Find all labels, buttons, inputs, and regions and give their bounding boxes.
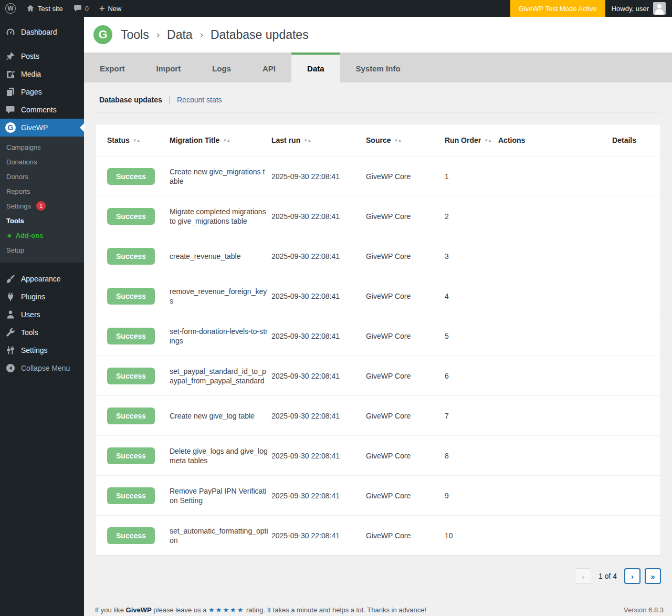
comments-link[interactable]: 0 bbox=[68, 0, 94, 17]
sidebar-item-givewp[interactable]: G GiveWP bbox=[0, 119, 84, 137]
table-row: Success Remove PayPal IPN Verification S… bbox=[96, 475, 660, 515]
collapse-menu-button[interactable]: Collapse Menu bbox=[0, 359, 84, 377]
status-cell: Success bbox=[107, 168, 170, 185]
comments-count: 0 bbox=[85, 5, 89, 13]
tab-import[interactable]: Import bbox=[141, 53, 197, 82]
rating-prompt: If you like GiveWP please leave us a ★★★… bbox=[95, 606, 426, 614]
tab-data[interactable]: Data bbox=[291, 53, 340, 82]
site-name-link[interactable]: Test site bbox=[21, 0, 68, 17]
migration-title-cell: Delete give_logs and give_log meta table… bbox=[170, 446, 271, 465]
sidebar-item-appearance[interactable]: Appearance bbox=[0, 270, 84, 288]
wordpress-logo-button[interactable]: W bbox=[0, 0, 21, 17]
source-cell: GiveWP Core bbox=[366, 372, 445, 380]
migration-title-cell: Migrate completed migrations to give_mig… bbox=[170, 207, 271, 226]
status-badge: Success bbox=[107, 248, 155, 265]
pagination-next-button[interactable]: › bbox=[624, 568, 640, 584]
source-cell: GiveWP Core bbox=[366, 412, 445, 420]
source-header-label: Source bbox=[366, 136, 391, 144]
collapse-menu-label: Collapse Menu bbox=[21, 364, 70, 372]
sidebar-item-users[interactable]: Users bbox=[0, 306, 84, 323]
table-row: Success Migrate completed migrations to … bbox=[96, 196, 660, 236]
column-header-details: Details bbox=[586, 136, 649, 144]
submenu-item-donations[interactable]: Donations bbox=[0, 154, 84, 169]
subnav-database-updates[interactable]: Database updates bbox=[99, 96, 162, 104]
pagination-last-button[interactable]: » bbox=[645, 568, 661, 584]
submenu-item-setup[interactable]: Setup bbox=[0, 243, 84, 257]
last-run-cell: 2025-09-30 22:08:41 bbox=[271, 252, 366, 260]
givewp-test-mode-badge[interactable]: GiveWP Test Mode Active bbox=[510, 0, 605, 17]
sidebar-label-comments: Comments bbox=[21, 106, 57, 114]
five-stars-link[interactable]: ★★★★★ bbox=[208, 606, 244, 614]
sidebar-item-pages[interactable]: Pages bbox=[0, 83, 84, 101]
submenu-label-settings: Settings bbox=[6, 202, 31, 210]
sidebar-item-dashboard[interactable]: Dashboard bbox=[0, 23, 84, 41]
pagination-prev-button[interactable]: ‹ bbox=[575, 568, 591, 584]
pushpin-icon bbox=[5, 51, 16, 61]
run-order-cell: 2 bbox=[445, 212, 498, 221]
account-menu[interactable]: Howdy, user bbox=[605, 0, 672, 17]
sidebar-item-media[interactable]: Media bbox=[0, 65, 84, 83]
submenu-item-campaigns[interactable]: Campaigns bbox=[0, 140, 84, 154]
submenu-label-setup: Setup bbox=[6, 246, 24, 254]
submenu-item-tools[interactable]: Tools bbox=[0, 213, 84, 228]
user-icon bbox=[5, 309, 16, 320]
comment-bubble-icon bbox=[74, 4, 82, 13]
migration-title-cell: Create new give_migrations table bbox=[170, 167, 271, 186]
source-cell: GiveWP Core bbox=[366, 452, 445, 460]
new-content-button[interactable]: + New bbox=[94, 0, 127, 17]
column-header-migration-title[interactable]: Migration Title▼▲ bbox=[170, 136, 271, 144]
tab-api[interactable]: API bbox=[247, 53, 291, 82]
sidebar-label-appearance: Appearance bbox=[21, 275, 61, 283]
sidebar-item-posts[interactable]: Posts bbox=[0, 47, 84, 65]
sidebar-item-plugins[interactable]: Plugins bbox=[0, 288, 84, 306]
status-badge: Success bbox=[107, 328, 155, 344]
table-header-row: Status▼▲ Migration Title▼▲ Last run▼▲ So… bbox=[96, 124, 660, 156]
test-mode-label: GiveWP Test Mode Active bbox=[519, 5, 597, 13]
tab-import-label: Import bbox=[156, 64, 181, 73]
breadcrumb-database-updates: Database updates bbox=[211, 28, 309, 42]
last-run-cell: 2025-09-30 22:08:41 bbox=[271, 412, 366, 420]
sort-icon: ▼▲ bbox=[394, 138, 401, 143]
table-row: Success set_paypal_standard_id_to_paypal… bbox=[96, 356, 660, 395]
migration-title-cell: create_revenue_table bbox=[170, 252, 271, 261]
new-label: New bbox=[108, 5, 121, 13]
column-header-status[interactable]: Status▼▲ bbox=[107, 136, 170, 144]
run-order-cell: 8 bbox=[445, 452, 498, 460]
home-icon bbox=[26, 4, 35, 13]
breadcrumb-data[interactable]: Data bbox=[167, 28, 193, 42]
status-cell: Success bbox=[107, 527, 170, 544]
status-badge: Success bbox=[107, 447, 155, 464]
chevron-right-icon: › bbox=[156, 29, 160, 40]
site-name-label: Test site bbox=[38, 5, 63, 13]
submenu-item-donors[interactable]: Donors bbox=[0, 169, 84, 184]
column-header-source[interactable]: Source▼▲ bbox=[366, 136, 445, 144]
status-cell: Success bbox=[107, 447, 170, 464]
sidebar-label-media: Media bbox=[21, 70, 41, 78]
migration-title-cell: Create new give_log table bbox=[170, 411, 271, 421]
sidebar-item-comments[interactable]: Comments bbox=[0, 101, 84, 119]
sidebar-item-settings[interactable]: Settings bbox=[0, 341, 84, 359]
subnav-recount-stats-link[interactable]: Recount stats bbox=[177, 96, 222, 104]
column-header-last-run[interactable]: Last run▼▲ bbox=[271, 136, 366, 144]
status-badge: Success bbox=[107, 487, 155, 504]
tab-export[interactable]: Export bbox=[84, 53, 141, 82]
run-order-cell: 10 bbox=[445, 531, 498, 540]
breadcrumb-tools[interactable]: Tools bbox=[121, 28, 149, 42]
sidebar-label-users: Users bbox=[21, 310, 40, 319]
run-order-cell: 4 bbox=[445, 292, 498, 300]
submenu-label-reports: Reports bbox=[6, 187, 30, 195]
submenu-item-addons[interactable]: ★ Add-ons bbox=[0, 228, 84, 243]
submenu-item-settings[interactable]: Settings 1 bbox=[0, 199, 84, 213]
sidebar-label-dashboard: Dashboard bbox=[21, 28, 57, 36]
sort-icon: ▼▲ bbox=[133, 138, 140, 143]
tab-system-info[interactable]: System Info bbox=[340, 53, 416, 82]
migration-title-cell: remove_revenue_foreign_keys bbox=[170, 287, 271, 306]
sidebar-item-tools[interactable]: Tools bbox=[0, 323, 84, 341]
column-header-run-order[interactable]: Run Order▼▲ bbox=[445, 136, 498, 144]
version-label: Version 6.8.3 bbox=[624, 606, 664, 614]
status-cell: Success bbox=[107, 288, 170, 305]
table-row: Success Create new give_migrations table… bbox=[96, 156, 660, 196]
submenu-item-reports[interactable]: Reports bbox=[0, 184, 84, 199]
tab-logs[interactable]: Logs bbox=[196, 53, 247, 82]
run-order-cell: 1 bbox=[445, 172, 498, 181]
